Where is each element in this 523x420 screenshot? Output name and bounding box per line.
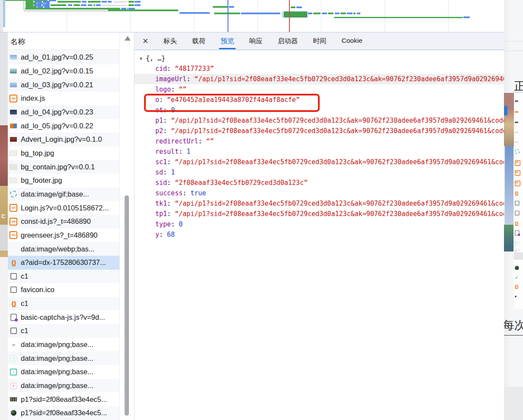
request-timing-bar[interactable] [353, 13, 356, 14]
sidebar-scrollbar-thumb[interactable] [125, 195, 129, 416]
tab-时间[interactable]: 时间 [312, 33, 327, 50]
request-list-row[interactable]: bg_footer.jpg [8, 174, 120, 188]
json-property-row[interactable]: type: 0 [135, 219, 504, 229]
json-property-row[interactable]: tp1: “/api/p1?sid=2f08eaaf33e4ec5fb0729c… [135, 209, 504, 219]
network-waterfall-overview[interactable] [0, 0, 504, 32]
request-list-row[interactable]: index.js [8, 92, 120, 105]
json-property-row[interactable]: redirectUrl: “” [135, 136, 504, 146]
tab-预览[interactable]: 预览 [220, 33, 235, 50]
json-property-row[interactable]: cid: “48177233” [135, 64, 504, 74]
request-list-row[interactable]: bg_top.jpg [8, 146, 120, 160]
selected-request-bar[interactable] [284, 12, 307, 17]
request-timing-bar[interactable] [49, 0, 56, 1]
request-timing-bar[interactable] [108, 10, 178, 11]
json-property-row[interactable]: sid: “2f08eaaf33e4ec5fb0729ced3d0a123c” [135, 178, 504, 188]
request-timing-bar[interactable] [128, 4, 134, 6]
request-list-row[interactable]: ad_lo_05.jpg?v=0.0.22 [8, 119, 120, 133]
request-list-row[interactable]: c1 [8, 297, 120, 311]
request-timing-bar[interactable] [88, 4, 92, 6]
request-list-row[interactable]: a?aid=dx-175280630737... [8, 256, 120, 270]
request-timing-bar[interactable] [51, 4, 66, 6]
json-root-line[interactable]: ▼{, …} [135, 53, 504, 64]
request-timing-bar[interactable] [88, 1, 101, 3]
json-property-row[interactable]: o: “e476452a1ea19443a8702f4a4af8acfe” [135, 95, 504, 105]
request-timing-bar[interactable] [135, 4, 141, 6]
request-list-row[interactable]: data:image/png;base... [8, 351, 120, 365]
request-timing-bar[interactable] [335, 13, 340, 14]
request-timing-bar[interactable] [347, 13, 353, 14]
request-list-row[interactable]: data:image/webp;bas... [8, 242, 120, 256]
tab-Cookie[interactable]: Cookie [341, 33, 363, 50]
request-timing-bar[interactable] [340, 13, 346, 14]
request-timing-bar[interactable] [102, 5, 127, 6]
request-timing-bar[interactable] [308, 13, 312, 14]
request-list-row[interactable]: favicon.ico [8, 283, 120, 297]
request-list-row[interactable]: ad_lo_02.jpg?v=0.0.15 [8, 64, 120, 78]
json-property-row[interactable]: p2: “/api/p1?sid=2f08eaaf33e4ec5fb0729ce… [135, 126, 504, 136]
request-timing-bar[interactable] [214, 13, 240, 14]
request-timing-bar[interactable] [296, 6, 302, 8]
json-property-row[interactable]: result: 1 [135, 146, 504, 157]
request-timing-bar[interactable] [328, 13, 334, 14]
request-timing-bar[interactable] [213, 6, 228, 8]
json-property-row[interactable]: success: true [135, 188, 504, 198]
request-list-row[interactable]: data:image/gif;base... [8, 188, 120, 201]
json-property-row[interactable]: sc1: “/api/p1?sid=2f08eaaf33e4ec5fb0729c… [135, 157, 504, 167]
request-timing-bar[interactable] [357, 13, 360, 14]
tab-响应[interactable]: 响应 [248, 33, 263, 50]
json-property-row[interactable]: ot: 0 [135, 105, 504, 115]
request-list-row[interactable]: const-id.js?_t=486890 [8, 215, 120, 229]
tab-标头[interactable]: 标头 [163, 33, 178, 50]
request-list-row[interactable]: c1 [8, 324, 120, 338]
close-icon[interactable]: ✕ [141, 37, 150, 46]
request-list-row[interactable]: bg_contain.jpg?v=0.0.1 [8, 160, 120, 174]
request-list-row[interactable]: ad_lo_04.jpg?v=0.0.23 [8, 105, 120, 119]
request-timing-bar[interactable] [114, 1, 127, 3]
scroll-up-arrow-icon[interactable] [125, 36, 131, 41]
request-timing-bar[interactable] [180, 12, 210, 14]
json-property-row[interactable]: sd: 1 [135, 167, 504, 178]
request-timing-bar[interactable] [128, 1, 134, 3]
request-timing-bar[interactable] [241, 13, 280, 14]
request-list-row[interactable]: p1?sid=2f08eaaf33e4ec5... [8, 392, 120, 406]
request-list-row[interactable]: greenseer.js?_t=486890 [8, 229, 120, 242]
request-timing-bar[interactable] [58, 1, 81, 3]
request-list-row[interactable]: data:image/png;base... [8, 338, 120, 352]
request-timing-bar[interactable] [229, 6, 234, 8]
json-property-row[interactable]: tk1: “/api/p1?sid=2f08eaaf33e4ec5fb0729c… [135, 198, 504, 209]
request-timing-bar[interactable] [96, 4, 101, 6]
request-timing-bar[interactable] [291, 6, 295, 8]
request-name: data:image/png;base... [21, 354, 93, 363]
expander-icon[interactable]: ▼ [140, 54, 146, 64]
request-timing-bar[interactable] [74, 4, 80, 6]
json-property-row[interactable]: imageUrl: “/api/p1?sid=2f08eaaf33e4ec5fb… [135, 74, 504, 84]
request-list-row[interactable]: basic-captcha-js.js?v=9d... [8, 310, 120, 324]
request-list-row[interactable]: p1?sid=2f08eaaf33e4ec5... [8, 406, 120, 420]
request-timing-bar[interactable] [135, 1, 141, 3]
request-timing-bar[interactable] [82, 1, 87, 3]
request-timing-bar[interactable] [463, 16, 470, 18]
request-list-row[interactable]: ad_lo_01.jpg?v=0.0.25 [8, 51, 120, 64]
request-list-row[interactable]: c1 [8, 270, 120, 283]
request-timing-bar[interactable] [322, 13, 327, 14]
request-list-row[interactable]: Login.js?v=0.0105158672... [8, 201, 120, 215]
request-timing-bar[interactable] [24, 10, 107, 12]
json-property-row[interactable]: p1: “/api/p1?sid=2f08eaaf33e4ec5fb0729ce… [135, 115, 504, 126]
tab-载荷[interactable]: 载荷 [191, 33, 206, 50]
tab-启动器[interactable]: 启动器 [277, 33, 299, 50]
request-list-row[interactable]: data:image/png;base... [8, 365, 120, 379]
request-timing-bar[interactable] [25, 8, 120, 10]
request-list-row[interactable]: data:image/png;base... [8, 379, 120, 393]
request-timing-bar[interactable] [102, 1, 107, 3]
json-property-row[interactable]: logo: “” [135, 84, 504, 95]
request-list-header[interactable]: 名称 [8, 32, 134, 50]
json-property-row[interactable]: y: 68 [135, 229, 504, 240]
request-timing-bar[interactable] [81, 4, 87, 6]
request-timing-bar[interactable] [313, 13, 321, 14]
request-timing-bar[interactable] [68, 4, 72, 6]
request-timing-bar[interactable] [93, 4, 95, 6]
request-list-row[interactable]: ad_lo_03.jpg?v=0.0.21 [8, 78, 120, 92]
request-list-row[interactable]: Advert_Login.jpg?v=0.1.0 [8, 133, 120, 146]
request-timing-bar[interactable] [334, 17, 463, 18]
request-timing-bar[interactable] [108, 1, 112, 3]
